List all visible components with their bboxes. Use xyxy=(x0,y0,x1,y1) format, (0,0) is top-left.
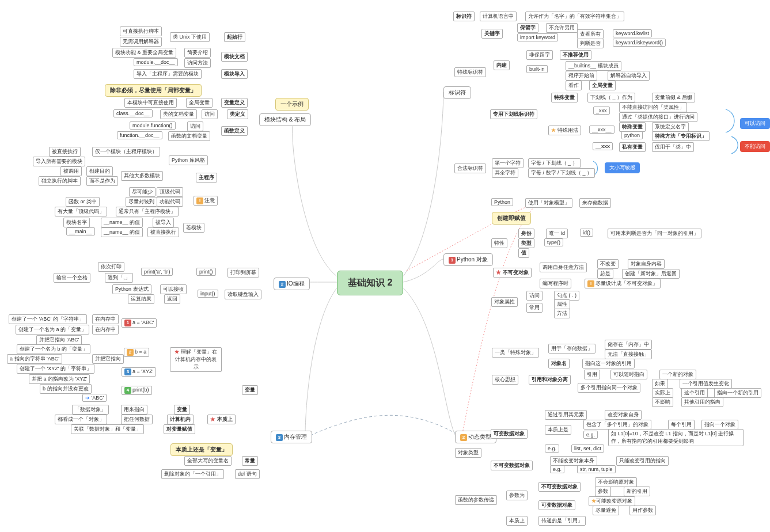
n: 包含了「多个引用」的对象 xyxy=(583,420,651,430)
star-icon: ★ xyxy=(210,416,215,422)
n: module.__doc__ xyxy=(134,58,178,66)
star-icon: ★ xyxy=(591,498,596,504)
n: 尽量避免 xyxy=(593,506,619,515)
n: 使用「对象模型」 xyxy=(525,198,572,208)
n: print('a', 'b') xyxy=(141,268,173,276)
n: 通过引用其元素 xyxy=(545,410,587,420)
n: e.g. xyxy=(545,444,559,453)
n: 字母 / 下划线（ _ ） xyxy=(528,158,581,168)
n: 参数 xyxy=(595,487,611,496)
n: 一类「特殊对象」 xyxy=(492,348,539,358)
n: 类 Unix 下使用 xyxy=(170,32,210,42)
n: 不能直接访问的「类属性」 xyxy=(619,102,687,112)
obj-type: 对象类型 xyxy=(455,448,481,458)
n: 改变对象自身 xyxy=(605,410,642,420)
n: __builtins__ 模块成员 xyxy=(566,61,621,71)
n: 在内存中 xyxy=(92,314,119,324)
n: 不可变数据对象 xyxy=(538,482,581,492)
root-node: 基础知识 2 xyxy=(337,271,403,295)
module-import: 模块导入 xyxy=(221,69,248,79)
n: 可直接执行脚本 xyxy=(120,26,162,36)
no-access-tag: 不能访问 xyxy=(740,141,770,152)
example-tip: 一个示例 xyxy=(275,98,309,111)
n: 特殊变量 xyxy=(619,122,646,132)
n: 并把它指向 xyxy=(92,354,124,364)
n: 通过「类提供的接口」进行访问 xyxy=(619,112,697,122)
n: 程序开始前 xyxy=(566,71,597,81)
n: 变量 xyxy=(174,405,190,415)
n: 新的引用 xyxy=(624,487,650,496)
n: 字母 / 数字 / 下划线（ _ ） xyxy=(528,168,595,178)
n: 一个引用值发生变化 xyxy=(680,379,732,389)
n: 模块功能 & 重要全局变量 xyxy=(112,48,176,58)
n: 模块名字 xyxy=(63,218,90,227)
n: 调用自身任意方法 xyxy=(540,263,587,272)
python-object: 1Python 对象 xyxy=(443,253,493,266)
n: 不改变 xyxy=(597,259,619,269)
local-var-tip: 除非必须，尽量使用「局部变量」 xyxy=(105,84,202,97)
n: 类的文档变量 xyxy=(160,109,197,119)
create-assign-tip: 创建即赋值 xyxy=(492,212,531,225)
variable: 变量 xyxy=(242,385,258,395)
n: 独立执行的脚本 xyxy=(39,176,81,186)
n: ➔ 'ABC' xyxy=(82,394,107,402)
n: 创建了一个名为 b 的「变量」 xyxy=(17,344,90,354)
module-structure: 模块结构 & 布局 xyxy=(259,113,311,126)
star-icon: ★ xyxy=(496,269,501,275)
var-def: 变量定义 xyxy=(221,98,248,108)
n: 属性 xyxy=(554,299,570,309)
n: 指向一个新的引用 xyxy=(714,388,761,398)
n: 访问方法 xyxy=(184,58,211,68)
n: 不允许另用 xyxy=(546,23,578,33)
n: 多个引用指向同一个对象 xyxy=(578,383,640,393)
n: 函数的文档变量 xyxy=(168,131,210,141)
n: 被直接执行 xyxy=(49,147,81,157)
n: 可以接收 xyxy=(160,284,187,294)
warn-icon: ! xyxy=(587,280,594,287)
n: Python 库风格 xyxy=(169,155,208,165)
n: 常用 xyxy=(526,303,543,313)
n: 其他大多数模块 xyxy=(121,171,163,181)
start-line: 起始行 xyxy=(224,32,245,42)
n: 计算机语言中 xyxy=(480,12,517,21)
n: type() xyxy=(544,238,563,246)
step2: 2b = a xyxy=(124,348,149,357)
n: 被导入 xyxy=(153,218,174,227)
n: class.__doc__ xyxy=(113,109,153,117)
attrs: 对象属性 xyxy=(491,297,518,307)
n: 仅用于「类」中 xyxy=(652,142,694,152)
n: 「数据对象」 xyxy=(72,405,109,415)
n: 指向这一对象的引用 xyxy=(582,359,635,368)
n: 运算结果 xyxy=(128,294,154,304)
n: 通常只有「主程序模块」 xyxy=(116,207,179,216)
arrow-right-icon: ➔ xyxy=(85,395,90,401)
n: 特殊方法「专用标识」 xyxy=(652,131,710,141)
n: 判断是否 xyxy=(577,39,604,48)
n: 关联「数据对象」和「变量」 xyxy=(71,424,144,434)
n: 用来指向 xyxy=(121,405,147,415)
n: 功能代码 xyxy=(157,197,183,207)
n: 本模块中可直接使用 xyxy=(124,98,177,108)
n: 特殊变量 xyxy=(551,93,578,102)
n: 访问 xyxy=(202,109,218,119)
n: module.function() xyxy=(130,121,176,130)
print: print() xyxy=(196,268,216,276)
n: 被直接执行 xyxy=(147,227,179,237)
star-icon: ★ xyxy=(551,127,556,133)
n: 遇到「,」 xyxy=(105,273,133,283)
badge-2-icon: 2 xyxy=(279,281,286,288)
n: keyword.kwlist xyxy=(613,29,652,37)
n: __name__ 的值 xyxy=(101,227,143,237)
io-programming: 2IO编程 xyxy=(274,278,310,290)
n: 简要介绍 xyxy=(184,48,211,58)
step3: 3a = 'XYZ' xyxy=(122,367,156,377)
constant-tip: 本质上还是「变量」 xyxy=(170,443,233,456)
n: function.__doc__ xyxy=(117,131,162,139)
n: 只能改变引用的指向 xyxy=(616,456,669,466)
n: keyword.iskeyword() xyxy=(613,39,666,47)
s3-icon: 3 xyxy=(124,368,131,375)
n: __main__ xyxy=(66,227,95,235)
star-icon: ★ xyxy=(175,349,179,355)
n: 用于「存储数据」 xyxy=(548,344,595,354)
n: str, num, tuple xyxy=(577,465,616,473)
